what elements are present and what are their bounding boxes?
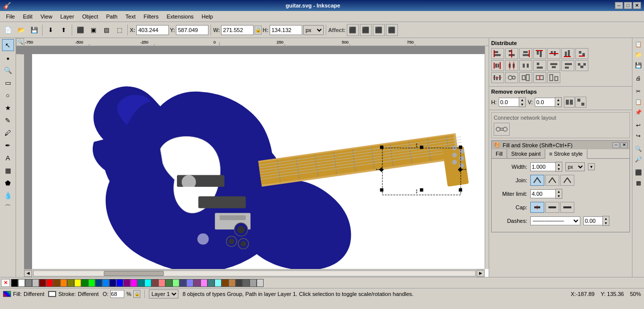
- import-button[interactable]: ⬇: [45, 24, 57, 36]
- menu-path[interactable]: Path: [102, 13, 122, 21]
- color-brown1[interactable]: [222, 279, 229, 287]
- panel-min-btn[interactable]: ─: [612, 142, 619, 148]
- miter-input[interactable]: [530, 189, 555, 198]
- fill-tool[interactable]: ⬟: [2, 177, 14, 189]
- ri-btn12[interactable]: ⬛: [633, 167, 643, 177]
- align-left-button[interactable]: ⬛: [74, 24, 86, 36]
- menu-text[interactable]: Text: [121, 13, 139, 21]
- menu-object[interactable]: Object: [78, 13, 102, 21]
- align-centers-h[interactable]: [547, 48, 560, 59]
- width-down[interactable]: ▼: [556, 167, 562, 171]
- export-button[interactable]: ⬆: [58, 24, 70, 36]
- ri-btn8[interactable]: ↩: [633, 120, 643, 130]
- color-darkgreen[interactable]: [81, 279, 88, 287]
- color-yellow[interactable]: [74, 279, 81, 287]
- color-orange[interactable]: [60, 279, 67, 287]
- color-ltgray1[interactable]: [250, 279, 257, 287]
- ri-btn3[interactable]: 💾: [633, 60, 643, 70]
- width-unit-select[interactable]: px mm pt: [565, 162, 585, 171]
- dist-center-v[interactable]: [505, 60, 518, 71]
- tab-stroke-paint[interactable]: Stroke paint: [507, 149, 545, 158]
- eyedropper-tool[interactable]: 💧: [2, 189, 14, 201]
- menu-edit[interactable]: Edit: [19, 13, 37, 21]
- color-lime2[interactable]: [172, 279, 179, 287]
- ri-btn7[interactable]: 📌: [633, 107, 643, 117]
- dist-r3-5[interactable]: [547, 72, 560, 83]
- cap-butt-btn[interactable]: [530, 202, 544, 213]
- dashes-up[interactable]: ▲: [603, 216, 609, 221]
- align-right-button[interactable]: ▨: [100, 24, 112, 36]
- align-right-edges[interactable]: [519, 48, 532, 59]
- circle-tool[interactable]: ○: [2, 89, 14, 101]
- opacity-input[interactable]: [110, 290, 124, 298]
- color-violet2[interactable]: [200, 279, 207, 287]
- overlap-h-input[interactable]: [499, 98, 519, 107]
- panel-close-btn[interactable]: ✕: [620, 142, 627, 148]
- cap-square-btn[interactable]: [560, 202, 574, 213]
- overlap-btn1[interactable]: [564, 97, 575, 108]
- menu-layer[interactable]: Layer: [56, 13, 78, 21]
- overlap-v-down[interactable]: ▼: [555, 102, 561, 107]
- ri-btn6[interactable]: 📋: [633, 97, 643, 107]
- distribute-button[interactable]: ⬚: [113, 24, 125, 36]
- rect-tool[interactable]: ▭: [2, 77, 14, 89]
- opacity-lock-btn[interactable]: 🔒: [133, 290, 140, 298]
- connector-layout-btn[interactable]: [494, 123, 510, 136]
- y-input[interactable]: [176, 25, 208, 35]
- tab-fill[interactable]: Fill: [492, 149, 507, 158]
- ri-btn11[interactable]: 🔎: [633, 154, 643, 164]
- x-input[interactable]: [136, 25, 169, 35]
- color-darkblue[interactable]: [109, 279, 116, 287]
- scroll-left-button[interactable]: ◀: [24, 270, 32, 277]
- ri-btn2[interactable]: 📁: [633, 50, 643, 60]
- ri-btn5[interactable]: ✂: [633, 86, 643, 96]
- color-brown2[interactable]: [229, 279, 236, 287]
- color-skyblue[interactable]: [102, 279, 109, 287]
- lock-aspect-button[interactable]: 🔒: [255, 26, 262, 35]
- menu-filters[interactable]: Filters: [140, 13, 163, 21]
- overlap-h-up[interactable]: ▲: [519, 98, 525, 102]
- ri-btn4[interactable]: 🖨: [633, 73, 643, 83]
- dist-right[interactable]: [519, 60, 532, 71]
- new-button[interactable]: 📄: [2, 24, 14, 36]
- dist-top[interactable]: [533, 60, 546, 71]
- dist-r3-4[interactable]: [533, 72, 546, 83]
- scroll-right-button[interactable]: ▶: [477, 270, 485, 277]
- join-miter-btn[interactable]: [530, 175, 544, 186]
- star-tool[interactable]: ★: [2, 102, 14, 114]
- menu-view[interactable]: View: [37, 13, 57, 21]
- width-input[interactable]: [530, 162, 555, 171]
- canvas[interactable]: ↕ ↕ ↔ ↔: [32, 54, 489, 277]
- dist-mid-h[interactable]: [547, 60, 560, 71]
- color-rose2[interactable]: [158, 279, 165, 287]
- affect-btn2[interactable]: ⬛: [360, 24, 372, 36]
- color-olive[interactable]: [67, 279, 74, 287]
- vertical-scrollbar[interactable]: [485, 46, 489, 269]
- close-button[interactable]: ✕: [633, 2, 641, 9]
- h-input[interactable]: [270, 25, 302, 35]
- connector-tool[interactable]: ⌒: [2, 202, 14, 214]
- unit-select[interactable]: px mm in: [303, 25, 324, 35]
- miter-up[interactable]: ▲: [556, 189, 562, 194]
- menu-file[interactable]: File: [2, 13, 19, 21]
- overlap-v-input[interactable]: [535, 98, 555, 107]
- color-rose1[interactable]: [151, 279, 158, 287]
- color-black[interactable]: [11, 279, 18, 287]
- dashes-down[interactable]: ▼: [603, 221, 609, 225]
- color-gray1[interactable]: [25, 279, 32, 287]
- ri-btn13[interactable]: ▩: [633, 178, 643, 188]
- horizontal-scrollbar[interactable]: ◀ ▶: [24, 269, 485, 277]
- dist-bottom[interactable]: [561, 60, 574, 71]
- gradient-tool[interactable]: ▦: [2, 164, 14, 176]
- color-dkgray2[interactable]: [243, 279, 250, 287]
- color-teal2[interactable]: [207, 279, 214, 287]
- join-bevel-btn[interactable]: [560, 175, 574, 186]
- save-button[interactable]: 💾: [28, 24, 40, 36]
- maximize-button[interactable]: □: [624, 2, 632, 9]
- affect-btn4[interactable]: ⬛: [386, 24, 398, 36]
- text-tool[interactable]: A: [2, 152, 14, 164]
- calligraphy-tool[interactable]: ✒: [2, 139, 14, 151]
- ri-btn9[interactable]: ↪: [633, 131, 643, 141]
- color-orange1[interactable]: [53, 279, 60, 287]
- layer-select[interactable]: Layer 1: [149, 289, 178, 298]
